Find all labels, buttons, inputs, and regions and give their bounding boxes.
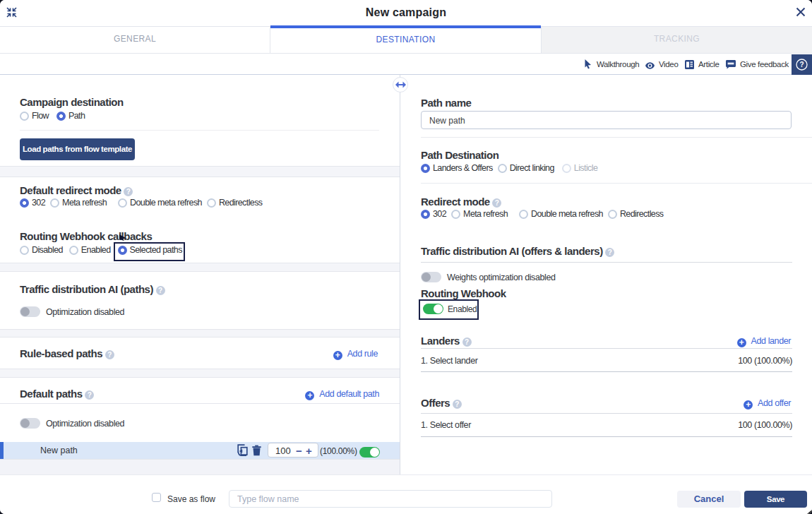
svg-text:?: ? [799,61,804,68]
